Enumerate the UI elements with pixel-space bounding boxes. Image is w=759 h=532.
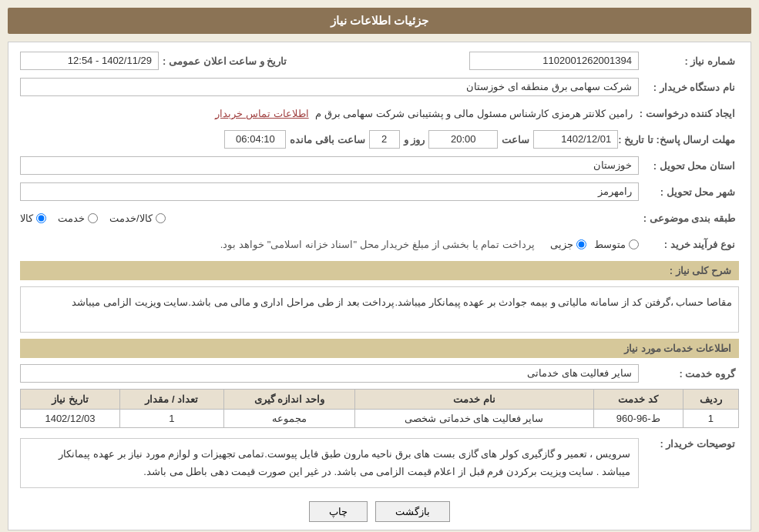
category-radio-group: کالا/خدمت خدمت کالا bbox=[20, 212, 639, 224]
province-label: استان محل تحویل : bbox=[639, 160, 739, 172]
purchase-type-jozi: جزیی bbox=[550, 239, 586, 250]
table-row: 1 ط-96-960 سایر فعالیت های خدماتی شخصی م… bbox=[21, 410, 739, 428]
reply-deadline-label: مهلت ارسال پاسخ: تا تاریخ : bbox=[618, 134, 739, 146]
announcement-label: تاریخ و ساعت اعلان عمومی : bbox=[163, 55, 287, 67]
th-service-code: کد خدمت bbox=[593, 390, 683, 410]
page-title: جزئیات اطلاعات نیاز bbox=[8, 8, 751, 34]
radio-kala-label: کالا bbox=[20, 212, 33, 224]
requester-row: ایجاد کننده درخواست : رامین کلانتر هرمزی… bbox=[20, 102, 739, 124]
reply-days-label: روز و bbox=[404, 134, 425, 146]
th-quantity: تعداد / مقدار bbox=[119, 390, 223, 410]
radio-motawaset-label: متوسط bbox=[594, 239, 626, 250]
cell-date: 1402/12/03 bbox=[21, 410, 120, 428]
need-number-row: شماره نیاز : 1102001262001394 تاریخ و سا… bbox=[20, 50, 739, 72]
purchase-note: پرداخت تمام یا بخشی از مبلغ خریدار محل "… bbox=[220, 239, 535, 250]
purchase-type-options: متوسط جزیی پرداخت تمام یا بخشی از مبلغ خ… bbox=[20, 239, 639, 250]
th-service-name: نام خدمت bbox=[354, 390, 593, 410]
back-button[interactable]: بازگشت bbox=[375, 501, 450, 522]
buyer-desc-label: توصیحات خریدار : bbox=[639, 434, 739, 450]
service-group-label: گروه خدمت : bbox=[639, 368, 739, 380]
requester-link[interactable]: اطلاعات تماس خریدار bbox=[215, 108, 308, 119]
service-info-title: اطلاعات خدمات مورد نیاز bbox=[20, 339, 739, 358]
buyer-desc-text: سرویس ، تعمیر و گازگیری کولر های گازی بس… bbox=[20, 438, 639, 488]
radio-motawaset-input[interactable] bbox=[629, 239, 639, 249]
general-desc-text: مقاصا حساب ،گرفتن کد از سامانه مالیاتی و… bbox=[20, 286, 739, 333]
service-group-row: گروه خدمت : سایر فعالیت های خدماتی bbox=[20, 363, 739, 384]
radio-jozi-label: جزیی bbox=[550, 239, 573, 250]
city-label: شهر محل تحویل : bbox=[639, 186, 739, 198]
province-value: خوزستان bbox=[20, 156, 639, 175]
purchase-type-motawaset: متوسط bbox=[594, 239, 639, 250]
need-number-label: شماره نیاز : bbox=[639, 55, 739, 67]
radio-kala-input[interactable] bbox=[36, 213, 46, 223]
reply-deadline-row: مهلت ارسال پاسخ: تا تاریخ : 1402/12/01 س… bbox=[20, 129, 739, 150]
th-date: تاریخ نیاز bbox=[21, 390, 120, 410]
th-row-num: ردیف bbox=[683, 390, 738, 410]
print-button[interactable]: چاپ bbox=[309, 501, 368, 522]
services-table: ردیف کد خدمت نام خدمت واحد اندازه گیری ت… bbox=[20, 389, 739, 428]
reply-days-field: 2 bbox=[369, 130, 400, 149]
cell-unit: مجموعه bbox=[223, 410, 354, 428]
page-container: جزئیات اطلاعات نیاز شماره نیاز : 1102001… bbox=[0, 0, 759, 532]
requester-value: رامین کلانتر هرمزی کارشناس مسئول مالی و … bbox=[20, 105, 639, 122]
radio-kala-khadamat-input[interactable] bbox=[156, 213, 166, 223]
category-radio-khadamat: خدمت bbox=[58, 212, 98, 224]
requester-name: رامین کلانتر هرمزی کارشناس مسئول مالی و … bbox=[315, 108, 633, 119]
general-desc-title: شرح کلی نیاز : bbox=[20, 261, 739, 280]
reply-time-label: ساعت bbox=[502, 134, 529, 146]
buyer-org-row: نام دستگاه خریدار : شرکت سهامی برق منطقه… bbox=[20, 76, 739, 98]
remaining-label: ساعت باقی مانده bbox=[290, 134, 364, 146]
button-row: بازگشت چاپ bbox=[20, 501, 739, 522]
category-radio-kala: کالا bbox=[20, 212, 46, 224]
purchase-type-row: نوع فرآیند خرید : متوسط جزیی پرداخت تمام… bbox=[20, 233, 739, 255]
cell-service-name: سایر فعالیت های خدماتی شخصی bbox=[354, 410, 593, 428]
reply-time-field: 20:00 bbox=[428, 130, 498, 149]
th-unit: واحد اندازه گیری bbox=[223, 390, 354, 410]
table-header-row: ردیف کد خدمت نام خدمت واحد اندازه گیری ت… bbox=[21, 390, 739, 410]
radio-khadamat-label: خدمت bbox=[58, 212, 85, 224]
cell-service-code: ط-96-960 bbox=[593, 410, 683, 428]
requester-label: ایجاد کننده درخواست : bbox=[639, 108, 739, 119]
category-label: طبقه بندی موضوعی : bbox=[639, 212, 739, 224]
cell-quantity: 1 bbox=[119, 410, 223, 428]
remaining-time-field: 06:04:10 bbox=[224, 130, 286, 149]
province-row: استان محل تحویل : خوزستان bbox=[20, 155, 739, 176]
need-number-value: 1102001262001394 bbox=[469, 52, 639, 70]
radio-jozi-input[interactable] bbox=[576, 239, 586, 249]
purchase-type-label: نوع فرآیند خرید : bbox=[639, 239, 739, 250]
category-row: طبقه بندی موضوعی : کالا/خدمت خدمت کالا bbox=[20, 207, 739, 229]
service-group-value: سایر فعالیت های خدماتی bbox=[20, 364, 639, 383]
announcement-datetime-value: 1402/11/29 - 12:54 bbox=[20, 52, 159, 70]
radio-khadamat-input[interactable] bbox=[88, 213, 98, 223]
buyer-org-label: نام دستگاه خریدار : bbox=[639, 82, 739, 93]
main-card: شماره نیاز : 1102001262001394 تاریخ و سا… bbox=[8, 42, 751, 530]
city-value: رامهرمز bbox=[20, 182, 639, 201]
cell-row-num: 1 bbox=[683, 410, 738, 428]
buyer-desc-row: توصیحات خریدار : سرویس ، تعمیر و گازگیری… bbox=[20, 434, 739, 492]
general-desc-section: شرح کلی نیاز : مقاصا حساب ،گرفتن کد از س… bbox=[20, 261, 739, 333]
city-row: شهر محل تحویل : رامهرمز bbox=[20, 181, 739, 202]
category-radio-kala-khadamat: کالا/خدمت bbox=[109, 212, 166, 224]
buyer-org-value: شرکت سهامی برق منطقه ای خوزستان bbox=[20, 78, 639, 96]
reply-date-field: 1402/12/01 bbox=[533, 130, 618, 149]
radio-kala-khadamat-label: کالا/خدمت bbox=[109, 212, 153, 224]
